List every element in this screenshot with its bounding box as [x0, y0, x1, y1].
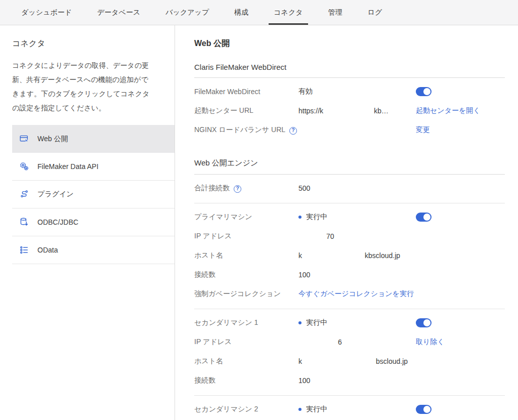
row-secondary-1-ip: IP アドレス 6 取り除く — [194, 332, 505, 352]
row-secondary-machine-2: セカンダリマシン 2 実行中 — [194, 400, 505, 419]
row-primary-connections: 接続数 100 — [194, 265, 505, 284]
change-link[interactable]: 変更 — [416, 125, 430, 135]
sidebar-item-label: Web 公開 — [37, 135, 68, 144]
field-value: 500 — [298, 184, 310, 192]
sidebar-items: Web 公開 FileMaker Data API — [0, 125, 175, 264]
ip-value: 6 — [338, 338, 342, 346]
toggle-knob — [423, 319, 430, 326]
row-total-connections: 合計接続数? 500 — [194, 179, 505, 198]
field-label: ホスト名 — [194, 357, 298, 366]
field-label: NGINX ロードバランサ URL? — [194, 125, 298, 135]
row-launch-center-url: 起動センター URL https://k kb… 起動センターを開く — [194, 101, 505, 120]
hostname-end: bscloud.jp — [376, 357, 408, 365]
primary-machine-toggle[interactable] — [416, 213, 431, 222]
remove-secondary-machine-link[interactable]: 取り除く — [416, 338, 445, 347]
tab-dashboard[interactable]: ダッシュボード — [21, 0, 72, 25]
open-launch-center-link[interactable]: 起動センターを開く — [416, 106, 481, 115]
field-value: 100 — [298, 376, 310, 385]
ip-value: 70 — [326, 232, 334, 240]
row-secondary-1-hostname: ホスト名 k bscloud.jp — [194, 352, 505, 371]
tab-backups[interactable]: バックアップ — [165, 0, 209, 25]
field-label: 接続数 — [194, 270, 298, 279]
web-publish-icon — [19, 134, 29, 144]
toggle-knob — [423, 214, 430, 221]
database-arrow-icon — [19, 217, 29, 227]
primary-machine-group: プライマリマシン 実行中 IP アドレス 70 ホスト名 k kbscloud. — [194, 203, 505, 309]
row-filemaker-webdirect: FileMaker WebDirect 有効 — [194, 82, 505, 101]
hostname-end: kbscloud.jp — [365, 251, 400, 260]
help-icon[interactable]: ? — [289, 127, 297, 135]
field-label: セカンダリマシン 2 — [194, 405, 298, 414]
gears-icon — [19, 161, 29, 172]
secondary-machine-1-toggle[interactable] — [416, 318, 431, 327]
status-dot — [298, 321, 301, 324]
field-label: FileMaker WebDirect — [194, 88, 298, 96]
status-text: 実行中 — [306, 405, 327, 414]
tab-connectors[interactable]: コネクタ — [274, 0, 303, 25]
status-dot — [298, 216, 301, 219]
tab-administration[interactable]: 管理 — [328, 0, 342, 25]
status-dot — [298, 408, 301, 411]
section-heading-wpe: Web 公開エンジン — [194, 158, 505, 175]
field-label: 接続数 — [194, 376, 298, 385]
field-label: プライマリマシン — [194, 213, 298, 222]
field-value: 100 — [298, 271, 310, 279]
url-end: kb… — [374, 107, 388, 115]
secondary-machine-2-group: セカンダリマシン 2 実行中 — [194, 396, 505, 420]
row-nginx-load-balancer-url: NGINX ロードバランサ URL? 変更 — [194, 120, 505, 140]
page-title: Web 公開 — [194, 38, 505, 49]
web-publishing-panel: Web 公開 Claris FileMaker WebDirect FileMa… — [175, 25, 518, 420]
field-label: IP アドレス — [194, 338, 298, 347]
field-label: 起動センター URL — [194, 106, 298, 115]
connectors-sidebar: コネクタ コネクタによりデータの取得、データの更新、共有データベースへの機能の追… — [0, 25, 175, 420]
sidebar-description: コネクタによりデータの取得、データの更新、共有データベースへの機能の追加ができま… — [0, 58, 167, 115]
row-primary-machine: プライマリマシン 実行中 — [194, 207, 505, 227]
row-secondary-machine-1: セカンダリマシン 1 実行中 — [194, 313, 505, 332]
field-label-text: NGINX ロードバランサ URL — [194, 125, 285, 134]
row-primary-ip: IP アドレス 70 — [194, 227, 505, 246]
section-heading-webdirect: Claris FileMaker WebDirect — [194, 63, 505, 78]
status-text: 実行中 — [306, 318, 327, 327]
field-label: セカンダリマシン 1 — [194, 318, 298, 327]
row-force-garbage-collection: 強制ガベージコレクション 今すぐガベージコレクションを実行 — [194, 284, 505, 304]
sidebar-item-label: FileMaker Data API — [37, 162, 99, 171]
toggle-knob — [423, 406, 430, 413]
field-label-text: 合計接続数 — [194, 184, 230, 192]
tab-databases[interactable]: データベース — [97, 0, 140, 25]
sidebar-title: コネクタ — [0, 38, 175, 49]
sidebar-item-odbc-jdbc[interactable]: ODBC/JDBC — [12, 208, 175, 236]
top-navigation: ダッシュボード データベース バックアップ 構成 コネクタ 管理 ログ — [0, 0, 518, 25]
sidebar-item-web-publishing[interactable]: Web 公開 — [12, 125, 175, 153]
total-connections-group: 合計接続数? 500 — [194, 175, 505, 203]
secondary-machine-1-group: セカンダリマシン 1 実行中 IP アドレス 6 取り除く ホスト名 — [194, 309, 505, 396]
row-secondary-1-connections: 接続数 100 — [194, 371, 505, 390]
hostname-start: k — [298, 251, 302, 260]
sidebar-item-label: ODBC/JDBC — [37, 218, 78, 226]
plugin-icon — [19, 189, 29, 199]
tab-logs[interactable]: ログ — [368, 0, 382, 25]
sidebar-item-plugins[interactable]: プラグイン — [12, 181, 175, 208]
secondary-machine-2-toggle[interactable] — [416, 405, 431, 414]
row-primary-hostname: ホスト名 k kbscloud.jp — [194, 246, 505, 265]
field-label: 強制ガベージコレクション — [194, 289, 298, 299]
field-label: ホスト名 — [194, 251, 298, 260]
sidebar-item-odata[interactable]: OData — [12, 236, 175, 264]
webdirect-group: FileMaker WebDirect 有効 起動センター URL https:… — [194, 78, 505, 145]
hostname-start: k — [298, 357, 302, 365]
webdirect-toggle[interactable] — [416, 87, 431, 96]
field-label: IP アドレス — [194, 232, 298, 241]
odata-list-icon — [19, 245, 29, 255]
toggle-knob — [423, 88, 430, 95]
help-icon[interactable]: ? — [234, 185, 241, 193]
run-garbage-collection-link[interactable]: 今すぐガベージコレクションを実行 — [298, 289, 414, 299]
tab-configuration[interactable]: 構成 — [234, 0, 248, 25]
sidebar-item-filemaker-data-api[interactable]: FileMaker Data API — [12, 153, 175, 181]
field-label: 合計接続数? — [194, 184, 298, 193]
status-text: 実行中 — [306, 213, 327, 222]
field-value: 有効 — [298, 87, 313, 96]
sidebar-item-label: OData — [37, 246, 58, 254]
url-start: https://k — [298, 107, 323, 115]
sidebar-item-label: プラグイン — [37, 190, 74, 199]
